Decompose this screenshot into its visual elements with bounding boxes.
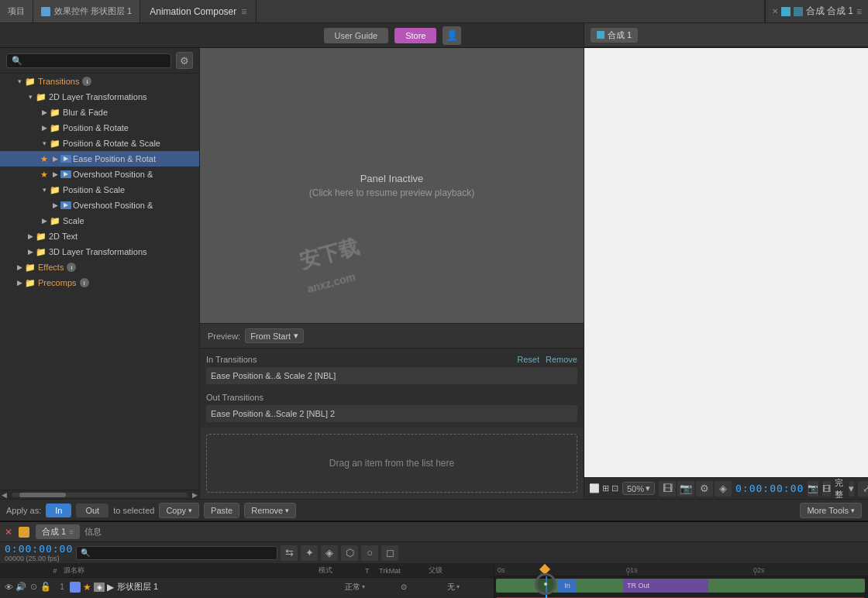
in-section-title: In Transitions — [206, 355, 257, 364]
row1-out-marker[interactable]: TR Out — [623, 579, 708, 593]
user-guide-button[interactable]: User Guide — [324, 28, 389, 43]
file-overshoot-1-icon: ▶ — [60, 170, 71, 178]
timeline-close-button[interactable]: ✕ — [5, 527, 12, 538]
cursor-indicator — [535, 573, 556, 595]
tree-item-pos-rotate[interactable]: ▶ 📁 Position & Rotate — [0, 120, 199, 136]
row1-audio-icon[interactable]: 🔊 — [16, 582, 26, 593]
arrow-blur-fade: ▶ — [39, 108, 50, 116]
row1-type-icon: ◈ — [94, 583, 105, 592]
3d-view-icon[interactable]: ◈ — [715, 481, 732, 497]
tree-item-2d-text[interactable]: ▶ 📁 2D Text — [0, 229, 199, 244]
zoom-dropdown[interactable]: 50% ▾ — [622, 482, 655, 495]
search-input[interactable] — [26, 56, 166, 65]
tl-btn-1[interactable]: ⇆ — [281, 545, 298, 561]
remove-link[interactable]: Remove — [546, 355, 577, 364]
tree-item-pos-rotate-scale[interactable]: ▾ 📁 Position & Rotate & Scale — [0, 136, 199, 151]
store-button[interactable]: Store — [394, 28, 436, 43]
viewer-film-btn[interactable]: 🎞 — [822, 481, 831, 497]
tree-item-overshoot-1[interactable]: ★ ▶ ▶ Overshoot Position & — [0, 167, 199, 182]
folder-2d-icon: 📁 — [36, 92, 46, 102]
row1-star[interactable]: ★ — [83, 582, 91, 593]
row1-in-marker[interactable]: In — [558, 579, 577, 593]
row1-visibility-icon[interactable]: 👁 — [3, 582, 14, 593]
scroll-right-arrow[interactable]: ▶ — [191, 491, 199, 499]
tab-animation-composer[interactable]: Animation Composer ≡ — [140, 0, 257, 22]
paste-button[interactable]: Paste — [204, 503, 239, 518]
in-button[interactable]: In — [46, 503, 71, 517]
tree-item-ease-pos-rotate[interactable]: ★ ▶ ▶ Ease Position & Rotat — [0, 151, 199, 167]
tree-item-pos-scale[interactable]: ▾ 📁 Position & Scale — [0, 182, 199, 198]
tl-btn-3[interactable]: ◈ — [321, 545, 338, 561]
middle-panel: Panel Inactive (Click here to resume pre… — [200, 48, 584, 499]
tree-item-scale[interactable]: ▶ 📁 Scale — [0, 213, 199, 229]
fit-to-view-control[interactable]: ⬜ ⊞ ⊡ — [589, 483, 618, 493]
timeline-comp-menu[interactable]: ≡ — [69, 528, 74, 536]
drop-zone[interactable]: Drag an item from the list here — [206, 434, 577, 493]
preview-area[interactable]: Panel Inactive (Click here to resume pre… — [200, 48, 584, 323]
expand-icon[interactable]: ⤢ — [858, 481, 868, 497]
tree-item-blur-fade[interactable]: ▶ 📁 Blur & Fade — [0, 105, 199, 120]
transitions-badge: i — [82, 77, 91, 86]
remove-button[interactable]: Remove ▾ — [244, 503, 296, 518]
more-tools-button[interactable]: More Tools ▾ — [800, 503, 862, 518]
row1-mode-arrow[interactable]: ▾ — [362, 583, 365, 590]
grid-icon: ⊞ — [602, 483, 609, 493]
row1-expand-btn[interactable]: ▶ — [107, 582, 114, 593]
row1-parent-arrow[interactable]: ▾ — [456, 583, 460, 590]
in-transition-item[interactable]: Ease Position &..& Scale 2 [NBL] — [206, 367, 577, 384]
tree-item-effects[interactable]: ▶ 📁 Effects i — [0, 259, 199, 275]
copy-button[interactable]: Copy ▾ — [159, 503, 199, 518]
close-comp-icon[interactable]: ✕ — [772, 7, 778, 15]
horizontal-scrollbar[interactable]: ◀ ▶ — [0, 490, 199, 499]
effects-label: Effects — [38, 263, 64, 272]
row1-lock-icon[interactable]: 🔓 — [40, 582, 51, 593]
folder-3d-layer-icon: 📁 — [36, 247, 46, 257]
tl-btn-6[interactable]: ◻ — [381, 545, 398, 561]
overshoot-2-label: Overshoot Position & — [73, 201, 153, 210]
effects-badge: i — [67, 263, 76, 272]
arrow-3d-layer: ▶ — [25, 248, 36, 256]
tab-composition[interactable]: ✕ 合成 合成 1 ≡ — [765, 0, 868, 22]
comp-tab-main[interactable]: 合成 1 — [591, 28, 638, 43]
out-transition-item[interactable]: Ease Position &..Scale 2 [NBL] 2 — [206, 405, 577, 422]
tl-btn-5[interactable]: ○ — [361, 545, 378, 561]
2d-text-label: 2D Text — [49, 232, 78, 241]
tab-effects-controls[interactable]: 效果控件 形状图层 1 — [33, 0, 140, 22]
pos-rotate-scale-label: Position & Rotate & Scale — [63, 139, 160, 148]
row1-solo-icon[interactable]: ⊙ — [28, 582, 39, 593]
tree-item-2d-layer[interactable]: ▾ 📁 2D Layer Transformations — [0, 89, 199, 105]
arrow-icon-transitions: ▾ — [14, 77, 25, 85]
preview-select[interactable]: From Start ▾ — [245, 328, 304, 343]
tl-btn-4[interactable]: ⬡ — [341, 545, 358, 561]
scroll-left-arrow[interactable]: ◀ — [0, 491, 9, 499]
animation-composer-menu-icon[interactable]: ≡ — [241, 6, 246, 17]
arrow-2d-layer: ▾ — [25, 93, 36, 101]
timeline-left-area: # 源名称 模式 T TrkMat 父级 👁 🔊 ⊙ 🔓 1 ★ ◈ ▶ — [0, 564, 494, 598]
tl-row-1[interactable]: 👁 🔊 ⊙ 🔓 1 ★ ◈ ▶ 形状图层 1 正常 ▾ ⊙ — [0, 578, 494, 596]
tree-item-transitions[interactable]: ▾ 📁 Transitions i — [0, 74, 199, 89]
tree-item-3d-layer[interactable]: ▶ 📁 3D Layer Transformations — [0, 244, 199, 259]
viewer-camera-btn[interactable]: 📷 — [808, 481, 818, 497]
users-icon[interactable]: 👤 — [443, 26, 461, 45]
camera-icon[interactable]: 📷 — [677, 481, 694, 497]
tl-btn-2[interactable]: ✦ — [301, 545, 318, 561]
out-button[interactable]: Out — [76, 503, 108, 517]
tab-comp-menu-icon[interactable]: ≡ — [856, 6, 862, 17]
left-panel: 🔍 ⚙ ▾ 📁 Transitions i ▾ 📁 2D Layer Trans… — [0, 48, 200, 499]
scrollbar-thumb[interactable] — [19, 493, 66, 497]
reset-link[interactable]: Reset — [517, 355, 539, 364]
snapshot-icon[interactable]: 🎞 — [659, 481, 676, 497]
star-ease-pos[interactable]: ★ — [39, 154, 50, 164]
viewer-dropdown-main[interactable]: ▾ — [849, 481, 854, 497]
render-icon[interactable]: ⚙ — [696, 481, 713, 497]
tree-item-overshoot-2[interactable]: ▶ ▶ Overshoot Position & — [0, 198, 199, 213]
ruler-tick-2 — [755, 572, 756, 576]
settings-button[interactable]: ⚙ — [176, 52, 193, 69]
timeline-search-input[interactable] — [92, 548, 273, 558]
tab-project[interactable]: 项目 — [0, 0, 33, 22]
preview-sub-text: (Click here to resume preview playback) — [309, 187, 474, 198]
timeline-controls-bar: 0:00:00:00 00000 (25.00 fps) 🔍 ⇆ ✦ ◈ ⬡ ○… — [0, 542, 868, 564]
star-overshoot-1[interactable]: ★ — [39, 170, 50, 180]
blur-fade-label: Blur & Fade — [63, 108, 108, 117]
tree-item-precomps[interactable]: ▶ 📁 Precomps i — [0, 275, 199, 290]
